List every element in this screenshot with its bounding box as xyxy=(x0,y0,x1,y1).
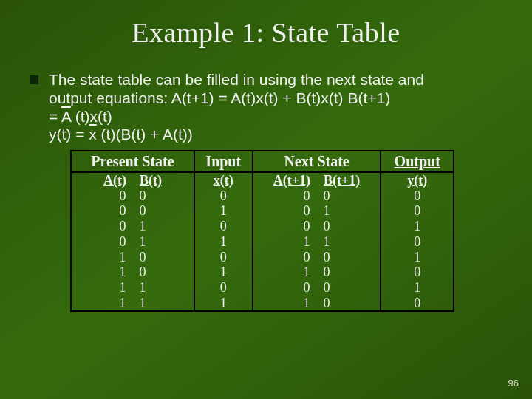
table-row: 10 1 10 0 xyxy=(71,265,454,280)
cell-b: 0 xyxy=(139,265,146,280)
cell-b: 0 xyxy=(139,203,146,219)
table-subheader-row: A(t) B(t) x(t) A(t+1) B(t+1) y(t) xyxy=(71,172,454,188)
cell-present: 11 xyxy=(71,280,194,296)
cell-b: 1 xyxy=(139,234,146,250)
cell-present: 01 xyxy=(71,219,194,234)
cell-nb: 0 xyxy=(324,280,330,296)
cell-next: 00 xyxy=(253,188,381,204)
cell-na: 0 xyxy=(304,250,310,265)
cell-a: 0 xyxy=(119,203,126,219)
slide-title: Example 1: State Table xyxy=(0,0,532,49)
col-output: Output xyxy=(381,151,454,172)
cell-na: 0 xyxy=(304,188,310,204)
cell-y: 0 xyxy=(381,265,454,280)
cell-present: 10 xyxy=(71,265,194,280)
body-line-2b-post: (t)x(t) xyxy=(71,108,112,125)
cell-na: 1 xyxy=(304,296,310,311)
page-number: 96 xyxy=(508,378,519,389)
cell-a: 0 xyxy=(119,234,126,250)
cell-a: 1 xyxy=(119,296,126,311)
cell-b: 1 xyxy=(139,219,146,234)
cell-y: 0 xyxy=(381,203,454,219)
cell-b: 0 xyxy=(139,188,146,204)
cell-x: 1 xyxy=(194,203,253,219)
slide-body: The state table can be filled in using t… xyxy=(0,49,532,312)
cell-na: 1 xyxy=(304,265,310,280)
subhead-input: x(t) xyxy=(194,172,253,188)
cell-y: 1 xyxy=(381,250,454,265)
col-present-state: Present State xyxy=(71,151,194,172)
table-row: 00 1 01 0 xyxy=(71,203,454,219)
cell-present: 01 xyxy=(71,234,194,250)
subhead-at: A(t) xyxy=(103,173,126,188)
cell-present: 00 xyxy=(71,203,194,219)
table-row: 00 0 00 0 xyxy=(71,188,454,204)
cell-na: 1 xyxy=(304,234,310,250)
cell-na: 0 xyxy=(304,203,310,219)
cell-x: 0 xyxy=(194,250,253,265)
subhead-present: A(t) B(t) xyxy=(71,172,194,188)
bullet-row: The state table can be filled in using t… xyxy=(30,71,495,144)
subhead-bt: B(t) xyxy=(140,173,162,188)
state-table-wrap: Present State Input Next State Output A(… xyxy=(70,150,454,312)
subhead-at1: A(t+1) xyxy=(273,173,310,188)
cell-nb: 0 xyxy=(324,265,330,280)
cell-nb: 0 xyxy=(324,296,330,311)
cell-a: 1 xyxy=(119,280,126,296)
cell-a: 0 xyxy=(119,188,126,204)
cell-x: 0 xyxy=(194,219,253,234)
table-row: 11 1 10 0 xyxy=(71,296,454,312)
cell-nb: 1 xyxy=(324,203,330,219)
body-line-1: The state table can be filled in using t… xyxy=(49,71,424,88)
body-line-3-bar: x xyxy=(89,126,97,143)
cell-nb: 1 xyxy=(324,234,330,250)
slide-root: Example 1: State Table The state table c… xyxy=(0,0,532,399)
cell-present: 10 xyxy=(71,250,194,265)
cell-a: 0 xyxy=(119,219,126,234)
subhead-next: A(t+1) B(t+1) xyxy=(253,172,381,188)
cell-x: 1 xyxy=(194,265,253,280)
cell-y: 0 xyxy=(381,234,454,250)
body-text: The state table can be filled in using t… xyxy=(49,71,424,144)
cell-next: 00 xyxy=(253,250,381,265)
cell-y: 1 xyxy=(381,280,454,296)
cell-b: 0 xyxy=(139,250,146,265)
cell-next: 11 xyxy=(253,234,381,250)
cell-nb: 0 xyxy=(324,219,330,234)
cell-x: 0 xyxy=(194,280,253,296)
cell-next: 10 xyxy=(253,265,381,280)
cell-b: 1 xyxy=(139,280,146,296)
cell-next: 01 xyxy=(253,203,381,219)
cell-a: 1 xyxy=(119,250,126,265)
col-input: Input xyxy=(194,151,253,172)
cell-na: 0 xyxy=(304,280,310,296)
cell-na: 0 xyxy=(304,219,310,234)
col-next-state: Next State xyxy=(253,151,381,172)
subhead-bt1: B(t+1) xyxy=(324,173,360,188)
cell-y: 0 xyxy=(381,188,454,204)
table-row: 10 0 00 1 xyxy=(71,250,454,265)
cell-present: 00 xyxy=(71,188,194,204)
table-header-row: Present State Input Next State Output xyxy=(71,151,454,172)
body-line-3-post: (t)(B(t) + A(t)) xyxy=(97,126,193,143)
cell-next: 10 xyxy=(253,296,381,312)
cell-a: 1 xyxy=(119,265,126,280)
table-row: 11 0 00 1 xyxy=(71,280,454,296)
cell-next: 00 xyxy=(253,219,381,234)
cell-y: 1 xyxy=(381,219,454,234)
cell-b: 1 xyxy=(139,296,146,311)
cell-present: 11 xyxy=(71,296,194,312)
subhead-output: y(t) xyxy=(381,172,454,188)
body-line-3-pre: y(t) = xyxy=(49,126,89,143)
cell-nb: 0 xyxy=(324,188,330,204)
table-row: 01 0 00 1 xyxy=(71,219,454,234)
cell-x: 0 xyxy=(194,188,253,204)
cell-nb: 0 xyxy=(324,250,330,265)
cell-next: 00 xyxy=(253,280,381,296)
body-line-2b-bar: A xyxy=(61,108,71,125)
body-line-2b-pre: = xyxy=(49,108,61,125)
cell-x: 1 xyxy=(194,296,253,312)
state-table: Present State Input Next State Output A(… xyxy=(70,150,454,312)
body-line-2a: output equations: A(t+1) = A(t)x(t) + B(… xyxy=(49,89,390,106)
cell-x: 1 xyxy=(194,234,253,250)
